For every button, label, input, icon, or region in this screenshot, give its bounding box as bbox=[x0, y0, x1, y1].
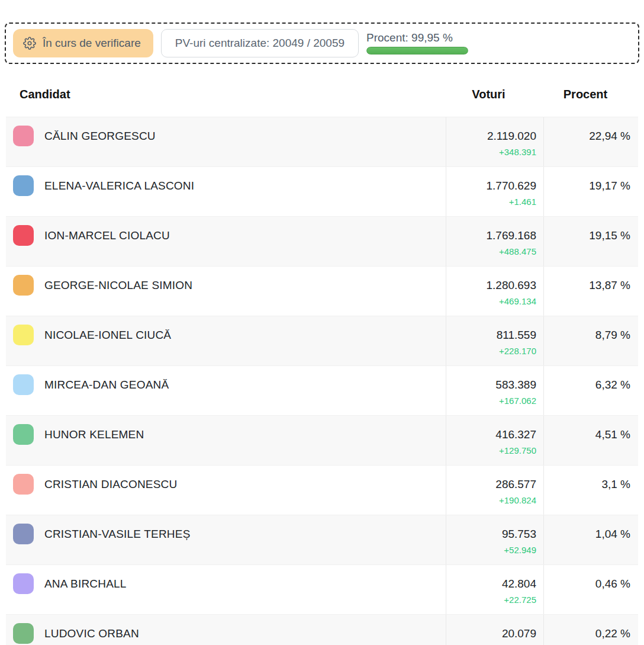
candidate-cell: ION-MARCEL CIOLACU bbox=[6, 217, 446, 266]
votes-cell: 286.577 +190.824 bbox=[446, 466, 543, 515]
votes-cell: 583.389 +167.062 bbox=[446, 366, 543, 415]
votes-delta: +228.170 bbox=[499, 345, 536, 357]
votes-cell: 416.327 +129.750 bbox=[446, 416, 543, 465]
percent-cell: 4,51 % bbox=[543, 416, 638, 465]
pv-centralized-label: PV-uri centralizate: 20049 / 20059 bbox=[175, 37, 344, 50]
results-table: Candidat Voturi Procent CĂLIN GEORGESCU … bbox=[6, 72, 638, 645]
percent-cell: 19,17 % bbox=[543, 167, 638, 216]
votes-cell: 811.559 +228.170 bbox=[446, 316, 543, 365]
table-row: ION-MARCEL CIOLACU 1.769.168 +488.475 19… bbox=[6, 216, 638, 266]
candidate-color-swatch bbox=[13, 325, 34, 345]
verification-status-label: În curs de verificare bbox=[43, 37, 141, 50]
votes-value: 2.119.020 bbox=[487, 126, 536, 146]
votes-cell: 95.753 +52.949 bbox=[446, 515, 543, 564]
percent-cell: 13,87 % bbox=[543, 267, 638, 316]
table-row: HUNOR KELEMEN 416.327 +129.750 4,51 % bbox=[6, 415, 638, 465]
votes-delta: +1.461 bbox=[509, 196, 536, 208]
candidate-cell: MIRCEA-DAN GEOANĂ bbox=[6, 366, 446, 415]
votes-value: 416.327 bbox=[495, 424, 536, 445]
table-row: ELENA-VALERICA LASCONI 1.770.629 +1.461 … bbox=[6, 166, 638, 216]
votes-value: 1.770.629 bbox=[486, 175, 536, 196]
percent-cell: 1,04 % bbox=[543, 515, 638, 564]
votes-cell: 2.119.020 +348.391 bbox=[446, 117, 543, 166]
percent-cell: 0,46 % bbox=[543, 565, 638, 614]
votes-delta: +190.824 bbox=[499, 495, 536, 506]
votes-cell: 1.770.629 +1.461 bbox=[446, 167, 543, 216]
votes-value: 286.577 bbox=[495, 474, 536, 495]
percent-progress-block: Procent: 99,95 % bbox=[366, 32, 468, 54]
candidate-cell: GEORGE-NICOLAE SIMION bbox=[6, 267, 446, 316]
progress-bar bbox=[366, 47, 468, 54]
votes-value: 95.753 bbox=[502, 524, 536, 544]
votes-cell: 42.804 +22.725 bbox=[446, 565, 543, 614]
candidate-color-swatch bbox=[13, 573, 34, 594]
votes-value: 1.280.693 bbox=[486, 275, 536, 296]
percent-cell: 22,94 % bbox=[543, 117, 638, 166]
percent-label: Procent: 99,95 % bbox=[366, 32, 468, 44]
percent-cell: 3,1 % bbox=[543, 466, 638, 515]
candidate-cell: CĂLIN GEORGESCU bbox=[6, 117, 446, 166]
votes-cell: 20.079 bbox=[446, 615, 543, 645]
column-header-candidate: Candidat bbox=[6, 88, 446, 101]
candidate-name: GEORGE-NICOLAE SIMION bbox=[44, 275, 192, 296]
votes-delta: +488.475 bbox=[499, 246, 536, 258]
votes-delta: +52.949 bbox=[504, 544, 536, 556]
candidate-name: ION-MARCEL CIOLACU bbox=[44, 225, 170, 246]
progress-bar-fill bbox=[366, 47, 468, 54]
candidate-name: CĂLIN GEORGESCU bbox=[44, 126, 156, 146]
status-bar: În curs de verificare PV-uri centralizat… bbox=[5, 23, 639, 64]
candidate-name: CRISTIAN DIACONESCU bbox=[44, 474, 177, 495]
table-row: GEORGE-NICOLAE SIMION 1.280.693 +469.134… bbox=[6, 266, 638, 316]
candidate-name: CRISTIAN-VASILE TERHEȘ bbox=[44, 524, 191, 544]
table-row: CRISTIAN DIACONESCU 286.577 +190.824 3,1… bbox=[6, 465, 638, 515]
candidate-color-swatch bbox=[13, 225, 34, 246]
candidate-name: HUNOR KELEMEN bbox=[44, 424, 144, 445]
votes-delta: +348.391 bbox=[499, 146, 536, 158]
candidate-color-swatch bbox=[13, 126, 34, 146]
verification-status-badge[interactable]: În curs de verificare bbox=[13, 29, 153, 57]
candidate-cell: CRISTIAN DIACONESCU bbox=[6, 466, 446, 515]
percent-cell: 8,79 % bbox=[543, 316, 638, 365]
table-row: CĂLIN GEORGESCU 2.119.020 +348.391 22,94… bbox=[6, 117, 638, 166]
candidate-name: ELENA-VALERICA LASCONI bbox=[44, 175, 194, 196]
votes-value: 20.079 bbox=[502, 623, 536, 644]
candidate-color-swatch bbox=[13, 275, 34, 296]
table-row: ANA BIRCHALL 42.804 +22.725 0,46 % bbox=[6, 564, 638, 614]
candidate-cell: ANA BIRCHALL bbox=[6, 565, 446, 614]
candidate-color-swatch bbox=[13, 474, 34, 495]
votes-cell: 1.769.168 +488.475 bbox=[446, 217, 543, 266]
percent-cell: 19,15 % bbox=[543, 217, 638, 266]
votes-delta: +129.750 bbox=[499, 445, 536, 457]
percent-cell: 6,32 % bbox=[543, 366, 638, 415]
candidate-color-swatch bbox=[13, 524, 34, 544]
candidate-color-swatch bbox=[13, 424, 34, 445]
votes-delta: +22.725 bbox=[504, 594, 536, 606]
percent-cell: 0,22 % bbox=[543, 615, 638, 645]
candidate-name: LUDOVIC ORBAN bbox=[44, 623, 139, 644]
column-header-percent: Procent bbox=[543, 88, 638, 101]
candidate-cell: NICOLAE-IONEL CIUCĂ bbox=[6, 316, 446, 365]
candidate-cell: HUNOR KELEMEN bbox=[6, 416, 446, 465]
candidate-color-swatch bbox=[13, 623, 34, 644]
table-header: Candidat Voturi Procent bbox=[6, 72, 638, 117]
candidate-name: MIRCEA-DAN GEOANĂ bbox=[44, 374, 169, 395]
votes-value: 42.804 bbox=[502, 573, 536, 594]
votes-delta: +167.062 bbox=[499, 395, 536, 407]
pv-centralized-box: PV-uri centralizate: 20049 / 20059 bbox=[161, 29, 359, 57]
votes-value: 811.559 bbox=[497, 325, 536, 345]
candidate-color-swatch bbox=[13, 374, 34, 395]
votes-value: 583.389 bbox=[495, 374, 536, 395]
candidate-color-swatch bbox=[13, 175, 34, 196]
candidate-cell: LUDOVIC ORBAN bbox=[6, 615, 446, 645]
candidate-cell: ELENA-VALERICA LASCONI bbox=[6, 167, 446, 216]
candidate-name: ANA BIRCHALL bbox=[44, 573, 127, 594]
votes-cell: 1.280.693 +469.134 bbox=[446, 267, 543, 316]
votes-delta: +469.134 bbox=[499, 296, 536, 307]
table-row: NICOLAE-IONEL CIUCĂ 811.559 +228.170 8,7… bbox=[6, 316, 638, 365]
votes-value: 1.769.168 bbox=[486, 225, 536, 246]
table-row: LUDOVIC ORBAN 20.079 0,22 % bbox=[6, 614, 638, 645]
candidate-cell: CRISTIAN-VASILE TERHEȘ bbox=[6, 515, 446, 564]
table-body: CĂLIN GEORGESCU 2.119.020 +348.391 22,94… bbox=[6, 117, 638, 645]
column-header-votes: Voturi bbox=[446, 88, 543, 101]
table-row: CRISTIAN-VASILE TERHEȘ 95.753 +52.949 1,… bbox=[6, 515, 638, 564]
